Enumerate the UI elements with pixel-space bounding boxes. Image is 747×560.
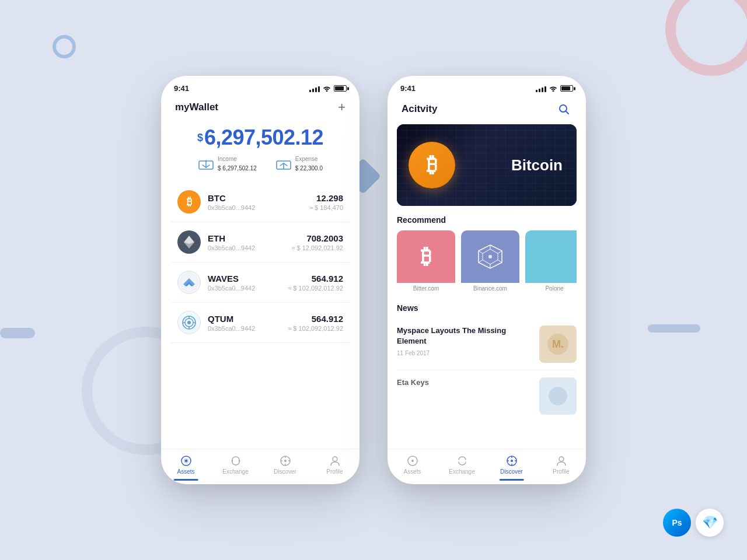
wallet-phone-content: myWallet + $6,297,502.12 <box>161 96 359 484</box>
dollar-sign: $ <box>197 132 203 144</box>
signal-icon <box>309 85 320 92</box>
recommend-cards: ₿ Bitter.com <box>397 230 577 294</box>
nav-profile[interactable]: Profile <box>310 455 359 475</box>
expense-item: Expense $ 22,300.0 <box>275 156 323 173</box>
qtum-amount: 564.912 <box>288 314 343 324</box>
expense-icon <box>275 159 292 170</box>
btc-amount: 12.298 <box>309 193 343 203</box>
nav-profile-label: Profile <box>326 468 343 475</box>
status-bar-activity: 9:41 <box>388 76 586 96</box>
qtum-name: QTUM <box>208 314 281 324</box>
wallet-title: myWallet <box>175 102 218 113</box>
status-icons-wallet <box>309 85 347 93</box>
qtum-address: 0x3b5ca0...9442 <box>208 325 281 332</box>
coin-item-eth[interactable]: ETH 0x3b5ca0...9442 708.2003 ≈ $ 12,092,… <box>170 222 350 262</box>
svg-point-35 <box>511 460 513 462</box>
recommend-card-bitter[interactable]: ₿ Bitter.com <box>397 230 455 294</box>
coin-item-btc[interactable]: ₿ BTC 0x3b5ca0...9442 12.298 ≈ $ 184,470 <box>170 182 350 222</box>
wifi-icon <box>323 85 331 93</box>
bitcoin-banner-text: Bitcoin <box>511 156 563 174</box>
svg-point-11 <box>185 460 187 462</box>
battery-icon <box>334 85 347 92</box>
income-expense-row: Income $ 6,297,502.12 <box>175 156 345 173</box>
nav-profile-2[interactable]: Profile <box>536 455 586 475</box>
btc-usd: ≈ $ 184,470 <box>309 204 343 211</box>
nav-indicator-activity <box>499 479 524 481</box>
status-icons-activity <box>536 85 573 93</box>
phone-wallet: 9:41 <box>161 76 359 484</box>
wallet-header: myWallet + <box>161 96 359 121</box>
nav-exchange-2[interactable]: Exchange <box>437 455 487 475</box>
svg-line-26 <box>479 260 483 263</box>
svg-point-19 <box>560 105 567 112</box>
assets-icon-2 <box>407 455 418 467</box>
nav-assets-2[interactable]: Assets <box>388 455 437 475</box>
activity-phone-content: Acitvity ₿ Bitcoin <box>388 96 586 484</box>
tool-icons: Ps 💎 <box>663 509 724 537</box>
activity-header: Acitvity <box>388 96 586 124</box>
income-value: $ 6,297,502.12 <box>218 165 257 172</box>
nav-exchange[interactable]: Exchange <box>211 455 260 475</box>
bottom-nav-activity: Assets Exchange <box>388 449 586 484</box>
recommend-card-binance[interactable]: Binance.com <box>461 230 519 294</box>
bitter-card-image: ₿ <box>397 230 455 283</box>
balance-amount: 6,297,502.12 <box>204 125 323 149</box>
add-wallet-button[interactable]: + <box>338 101 345 114</box>
expense-value: $ 22,300.0 <box>295 165 323 172</box>
svg-point-33 <box>411 460 414 462</box>
coin-item-waves[interactable]: WAVES 0x3b5ca0...9442 564.912 ≈ $ 102,09… <box>170 262 350 303</box>
bottom-nav-wallet: Assets Exchange <box>161 449 359 484</box>
waves-amount: 564.912 <box>288 274 343 284</box>
eth-address: 0x3b5ca0...9442 <box>208 244 284 251</box>
svg-point-31 <box>549 387 567 405</box>
coin-list: ₿ BTC 0x3b5ca0...9442 12.298 ≈ $ 184,470 <box>161 182 359 449</box>
nav-discover[interactable]: Discover <box>260 455 310 475</box>
coin-item-qtum[interactable]: QTUM 0x3b5ca0...9442 564.912 ≈ $ 102,092… <box>170 303 350 343</box>
news-item-2[interactable]: Eta Keys <box>397 370 577 422</box>
profile-icon <box>329 455 341 467</box>
news-title-1: Myspace Layouts The Missing Element <box>397 326 532 346</box>
nav-discover-label-2: Discover <box>500 468 523 475</box>
news-title-2: Eta Keys <box>397 377 532 388</box>
nav-assets[interactable]: Assets <box>161 455 211 475</box>
svg-text:M.: M. <box>552 338 564 350</box>
nav-discover-label: Discover <box>274 468 296 475</box>
signal-icon-2 <box>536 85 546 92</box>
recommend-card-polone[interactable]: Polone <box>525 230 577 294</box>
phones-container: 9:41 <box>161 76 586 484</box>
balance-display: $6,297,502.12 <box>175 125 345 150</box>
qtum-usd: ≈ $ 102,092,012.92 <box>288 325 343 332</box>
svg-point-28 <box>488 255 492 258</box>
news-item-1[interactable]: Myspace Layouts The Missing Element 11 F… <box>397 318 577 370</box>
bitcoin-banner[interactable]: ₿ Bitcoin <box>397 124 577 206</box>
eth-name: ETH <box>208 233 284 243</box>
polone-card-label: Polone <box>525 283 577 294</box>
waves-icon <box>177 271 201 294</box>
nav-discover-2[interactable]: Discover <box>487 455 536 475</box>
activity-title: Acitvity <box>402 103 437 115</box>
discover-icon <box>280 455 291 467</box>
income-item: Income $ 6,297,502.12 <box>198 156 257 173</box>
bg-decoration-bar-left <box>0 328 35 338</box>
svg-point-4 <box>187 321 191 324</box>
polone-card-image <box>525 230 577 283</box>
status-time-activity: 9:41 <box>400 84 416 93</box>
search-button[interactable] <box>556 101 572 117</box>
activity-content: ₿ Bitcoin Recommend ₿ Bitter.com <box>388 124 586 449</box>
nav-profile-label-2: Profile <box>553 468 569 475</box>
binance-card-label: Binance.com <box>461 283 519 294</box>
qtum-icon <box>177 311 201 334</box>
svg-line-24 <box>498 260 502 263</box>
btc-address: 0x3b5ca0...9442 <box>208 204 302 211</box>
svg-point-40 <box>559 457 564 461</box>
svg-line-27 <box>479 251 483 254</box>
waves-name: WAVES <box>208 274 281 284</box>
status-time-wallet: 9:41 <box>174 84 189 93</box>
svg-point-13 <box>284 460 287 462</box>
eth-usd: ≈ $ 12,092,021.92 <box>291 244 343 251</box>
discover-icon-2 <box>506 455 518 467</box>
waves-address: 0x3b5ca0...9442 <box>208 285 281 292</box>
news-thumbnail-1: M. <box>539 326 577 363</box>
recommend-section-title: Recommend <box>397 215 577 225</box>
exchange-icon-2 <box>456 455 468 467</box>
